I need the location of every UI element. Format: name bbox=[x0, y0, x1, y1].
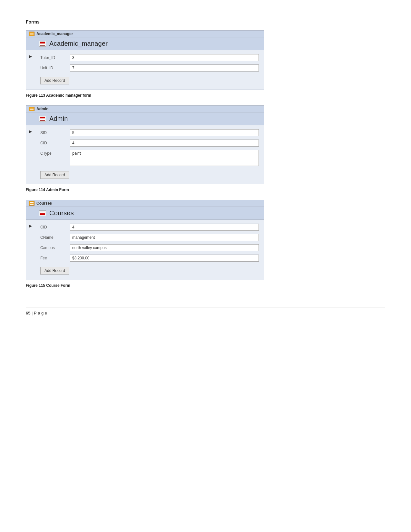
form-header-courses: Courses bbox=[26, 207, 264, 220]
nav-arrow-academic: ▶ bbox=[29, 54, 32, 59]
section-title: Forms bbox=[26, 19, 385, 24]
form-header-title-admin: Admin bbox=[49, 115, 68, 122]
form-content-admin: SID CID CType Add Record bbox=[35, 125, 264, 184]
figure-caption-admin: Figure 114 Admin Form bbox=[26, 188, 385, 192]
admin-form-wrapper: Admin Admin ▶ SID CID bbox=[26, 105, 385, 184]
input-unit-id[interactable] bbox=[70, 64, 259, 72]
input-ctype[interactable] bbox=[70, 150, 259, 166]
form-titlebar-label-courses: Courses bbox=[36, 201, 52, 206]
form-content-academic: Tutor_ID Unit_ID Add Record bbox=[35, 50, 264, 90]
form-header-academic: Academic_manager bbox=[26, 37, 264, 50]
input-tutor-id[interactable] bbox=[70, 54, 259, 61]
field-row-tutor-id: Tutor_ID bbox=[40, 54, 259, 61]
courses-form-wrapper: Courses Courses ▶ CID CName bbox=[26, 200, 385, 280]
input-cid-admin[interactable] bbox=[70, 140, 259, 147]
label-tutor-id: Tutor_ID bbox=[40, 54, 66, 60]
field-row-sid: SID bbox=[40, 129, 259, 136]
form-content-courses: CID CName Campus Fee bbox=[35, 220, 264, 280]
form-header-title-courses: Courses bbox=[49, 209, 74, 217]
form-header-title-academic: Academic_manager bbox=[49, 40, 108, 47]
field-row-ctype: CType bbox=[40, 150, 259, 166]
form-titlebar-label-admin: Admin bbox=[36, 107, 48, 111]
field-row-fee: Fee bbox=[40, 255, 259, 262]
form-header-icon-academic bbox=[39, 41, 46, 47]
field-row-cname: CName bbox=[40, 234, 259, 241]
label-cid-admin: CID bbox=[40, 140, 66, 145]
field-row-cid-admin: CID bbox=[40, 140, 259, 147]
add-record-button-academic[interactable]: Add Record bbox=[40, 77, 69, 84]
field-row-campus: Campus bbox=[40, 244, 259, 251]
form-titlebar-icon-courses bbox=[29, 201, 34, 206]
form-titlebar-academic: Academic_manager bbox=[26, 31, 264, 37]
add-record-button-courses[interactable]: Add Record bbox=[40, 267, 69, 275]
academic-manager-form-wrapper: Academic_manager Academic_manager ▶ Tuto… bbox=[26, 30, 385, 90]
label-cname: CName bbox=[40, 234, 66, 240]
form-header-admin: Admin bbox=[26, 112, 264, 125]
label-campus: Campus bbox=[40, 244, 66, 250]
form-nav-col-academic: ▶ bbox=[26, 50, 35, 90]
figure-caption-academic: Figure 113 Academic manager form bbox=[26, 93, 385, 98]
field-row-unit-id: Unit_ID bbox=[40, 64, 259, 72]
form-titlebar-icon-admin bbox=[29, 107, 34, 111]
input-cid-courses[interactable] bbox=[70, 224, 259, 231]
page-label-text: P a g e bbox=[34, 311, 47, 315]
form-titlebar-courses: Courses bbox=[26, 200, 264, 207]
form-titlebar-label-academic: Academic_manager bbox=[36, 32, 73, 36]
add-record-button-admin[interactable]: Add Record bbox=[40, 171, 69, 179]
input-cname[interactable] bbox=[70, 234, 259, 241]
input-sid[interactable] bbox=[70, 129, 259, 136]
form-titlebar-icon-academic bbox=[29, 32, 34, 36]
label-ctype: CType bbox=[40, 150, 66, 156]
page-number: 65 bbox=[26, 311, 30, 315]
label-unit-id: Unit_ID bbox=[40, 64, 66, 70]
page-footer: 65 | P a g e bbox=[26, 307, 385, 315]
form-header-icon-admin bbox=[39, 116, 46, 122]
figure-caption-courses: Figure 115 Course Form bbox=[26, 283, 385, 288]
form-titlebar-admin: Admin bbox=[26, 106, 264, 112]
label-sid: SID bbox=[40, 129, 66, 135]
label-cid-courses: CID bbox=[40, 224, 66, 229]
form-header-icon-courses bbox=[39, 210, 46, 216]
field-row-cid-courses: CID bbox=[40, 224, 259, 231]
input-campus[interactable] bbox=[70, 244, 259, 251]
form-nav-col-courses: ▶ bbox=[26, 220, 35, 280]
nav-arrow-courses: ▶ bbox=[29, 224, 32, 228]
nav-arrow-admin: ▶ bbox=[29, 129, 32, 134]
form-nav-col-admin: ▶ bbox=[26, 125, 35, 184]
input-fee[interactable] bbox=[70, 255, 259, 262]
label-fee: Fee bbox=[40, 255, 66, 260]
